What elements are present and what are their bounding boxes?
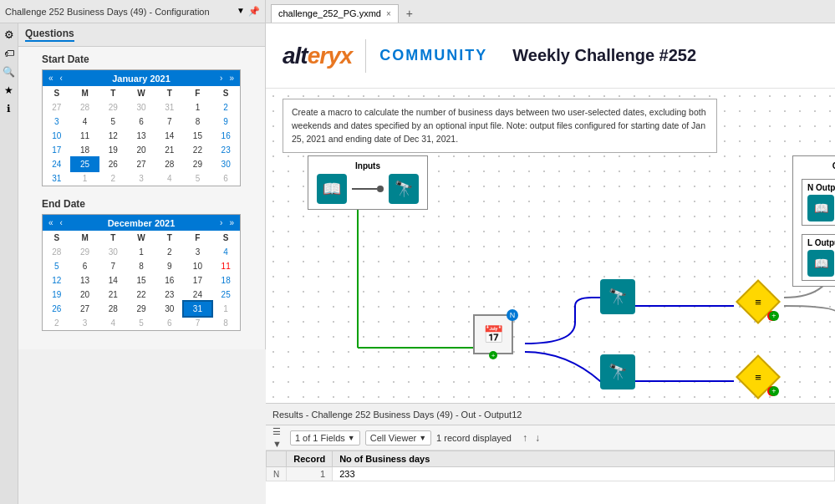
l-book-icon[interactable]: 📖 bbox=[807, 250, 834, 277]
cal-day[interactable]: 18 bbox=[211, 273, 240, 288]
cal-day[interactable]: 6 bbox=[211, 171, 240, 186]
cal-day[interactable]: 4 bbox=[155, 171, 184, 186]
cal-day[interactable]: 29 bbox=[71, 245, 99, 259]
cal-day[interactable]: 6 bbox=[127, 115, 155, 129]
cal-day[interactable]: 20 bbox=[127, 143, 155, 157]
info-icon[interactable]: ℹ bbox=[7, 103, 11, 115]
nav-down-arrow[interactable]: ↓ bbox=[532, 431, 542, 445]
cal-day[interactable]: 17 bbox=[43, 143, 71, 157]
cal-day[interactable]: 1 bbox=[211, 302, 240, 316]
cal-day[interactable]: 23 bbox=[211, 143, 240, 157]
cal-day[interactable]: 28 bbox=[155, 157, 184, 171]
magnify-icon[interactable]: 🔍 bbox=[3, 66, 15, 78]
cal-day[interactable]: 14 bbox=[99, 273, 127, 288]
cal-day[interactable]: 24 bbox=[43, 157, 71, 171]
cal-day[interactable]: 7 bbox=[155, 115, 184, 129]
cal-day[interactable]: 1 bbox=[127, 245, 155, 259]
cal-day[interactable]: 16 bbox=[155, 273, 184, 288]
cal-day[interactable]: 30 bbox=[211, 157, 240, 171]
cal-prev-prev-dec[interactable]: « bbox=[46, 217, 56, 228]
cal-day[interactable]: 10 bbox=[184, 259, 212, 273]
cal-next-next-jan[interactable]: » bbox=[227, 73, 237, 84]
cal-day[interactable]: 30 bbox=[155, 302, 184, 316]
tab-add-button[interactable]: + bbox=[402, 6, 417, 21]
tag-icon[interactable]: 🏷 bbox=[4, 48, 14, 59]
cal-day[interactable]: 15 bbox=[127, 273, 155, 288]
cal-day[interactable]: 3 bbox=[184, 245, 212, 259]
cal-day[interactable]: 30 bbox=[127, 100, 155, 115]
cal-day[interactable]: 6 bbox=[71, 259, 99, 273]
cal-day[interactable]: 17 bbox=[184, 273, 212, 288]
cal-day[interactable]: 1 bbox=[71, 171, 99, 186]
cal-day[interactable]: 22 bbox=[184, 143, 212, 157]
cal-day[interactable]: 5 bbox=[127, 316, 155, 330]
cal-day[interactable]: 26 bbox=[43, 302, 71, 316]
cal-day[interactable]: 8 bbox=[184, 115, 212, 129]
cal-day[interactable]: 6 bbox=[155, 316, 184, 330]
tab-close-button[interactable]: × bbox=[386, 9, 391, 18]
cal-day[interactable]: 21 bbox=[155, 143, 184, 157]
cal-day[interactable]: 15 bbox=[184, 129, 212, 143]
cal-day[interactable]: 13 bbox=[127, 129, 155, 143]
cal-day[interactable]: 5 bbox=[99, 115, 127, 129]
datediff-node[interactable]: 📅 N + bbox=[473, 314, 513, 354]
pin-icon[interactable]: 📌 bbox=[248, 6, 260, 17]
cal-day[interactable]: 29 bbox=[184, 157, 212, 171]
cal-day[interactable]: 19 bbox=[43, 288, 71, 302]
filter-node-1[interactable]: ≡ + bbox=[742, 286, 774, 318]
cal-prev-prev-jan[interactable]: « bbox=[46, 73, 56, 84]
cal-day[interactable]: 27 bbox=[71, 302, 99, 316]
nav-up-arrow[interactable]: ↑ bbox=[520, 431, 530, 445]
gear-icon[interactable]: ⚙ bbox=[4, 28, 14, 41]
cal-day[interactable]: 13 bbox=[71, 273, 99, 288]
browse-icon-2[interactable]: 🔭 bbox=[600, 354, 635, 389]
cal-day[interactable]: 31 bbox=[43, 171, 71, 186]
cal-day[interactable]: 11 bbox=[211, 259, 240, 273]
cal-day[interactable]: 27 bbox=[127, 157, 155, 171]
cal-day[interactable]: 11 bbox=[71, 129, 99, 143]
dropdown-icon[interactable]: ▼ bbox=[237, 6, 245, 17]
file-tab[interactable]: challenge_252_PG.yxmd × bbox=[271, 4, 399, 23]
cal-day[interactable]: 2 bbox=[211, 100, 240, 115]
cal-day[interactable]: 19 bbox=[99, 143, 127, 157]
cal-day[interactable]: 21 bbox=[99, 288, 127, 302]
cal-day[interactable]: 29 bbox=[127, 302, 155, 316]
cal-day[interactable]: 23 bbox=[155, 288, 184, 302]
cal-day[interactable]: 3 bbox=[127, 171, 155, 186]
cal-day[interactable]: 30 bbox=[99, 245, 127, 259]
cal-next-jan[interactable]: › bbox=[217, 73, 225, 84]
cal-day[interactable]: 8 bbox=[127, 259, 155, 273]
cal-day[interactable]: 2 bbox=[155, 245, 184, 259]
browse-icon-1[interactable]: 🔭 bbox=[600, 279, 635, 314]
cal-day[interactable]: 16 bbox=[211, 129, 240, 143]
cal-day[interactable]: 7 bbox=[184, 316, 212, 330]
cal-day[interactable]: 18 bbox=[71, 143, 99, 157]
cal-day[interactable]: 8 bbox=[211, 316, 240, 330]
cal-day[interactable]: 20 bbox=[71, 288, 99, 302]
cal-day[interactable]: 24 bbox=[184, 288, 212, 302]
cal-day[interactable]: 3 bbox=[71, 316, 99, 330]
cal-day[interactable]: 26 bbox=[99, 157, 127, 171]
cal-day[interactable]: 10 bbox=[43, 129, 71, 143]
n-book-icon[interactable]: 📖 bbox=[807, 195, 834, 221]
cal-day[interactable]: 12 bbox=[43, 273, 71, 288]
cal-next-next-dec[interactable]: » bbox=[227, 217, 237, 228]
cal-day[interactable]: 28 bbox=[99, 302, 127, 316]
fields-button[interactable]: 1 of 1 Fields ▼ bbox=[290, 430, 360, 445]
cal-day[interactable]: 14 bbox=[155, 129, 184, 143]
cal-day[interactable]: 29 bbox=[99, 100, 127, 115]
cal-day[interactable]: 3 bbox=[43, 115, 71, 129]
cal-day[interactable]: 25 bbox=[211, 288, 240, 302]
cal-next-dec[interactable]: › bbox=[217, 217, 225, 228]
browse-node-1[interactable]: 🔭 bbox=[600, 279, 635, 314]
cal-day[interactable]: 27 bbox=[43, 100, 71, 115]
cal-day[interactable]: 4 bbox=[99, 316, 127, 330]
cal-day[interactable]: 5 bbox=[43, 259, 71, 273]
cal-day-selected-31[interactable]: 31 bbox=[184, 302, 212, 316]
cal-prev-dec[interactable]: ‹ bbox=[58, 217, 65, 228]
cal-day[interactable]: 4 bbox=[71, 115, 99, 129]
cal-day[interactable]: 22 bbox=[127, 288, 155, 302]
cal-day[interactable]: 9 bbox=[155, 259, 184, 273]
cal-day[interactable]: 2 bbox=[43, 316, 71, 330]
cal-day[interactable]: 5 bbox=[184, 171, 212, 186]
